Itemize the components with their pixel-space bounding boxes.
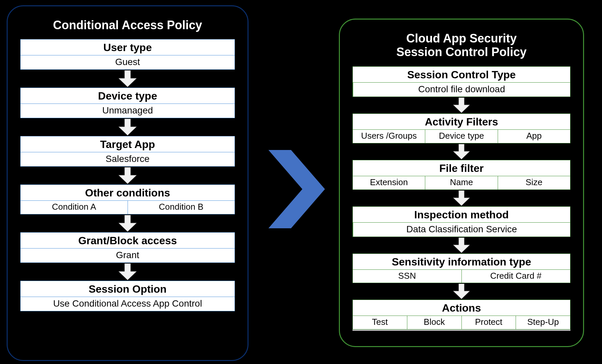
step-cell: Credit Card # [461, 270, 570, 283]
step-title: Sensitivity information type [353, 254, 570, 269]
step-title: Actions [353, 300, 570, 316]
step-title: User type [21, 39, 235, 55]
step-cell: Name [425, 176, 497, 189]
step-cell: SSN [353, 270, 461, 283]
step-grant-block: Grant/Block access Grant [20, 232, 235, 263]
step-title: Activity Filters [353, 114, 570, 129]
step-cell: Salesforce [21, 152, 235, 166]
step-session-option: Session Option Use Conditional Access Ap… [20, 281, 235, 311]
down-arrow-icon [20, 214, 235, 232]
step-device-type: Device type Unmanaged [20, 88, 235, 118]
down-arrow-icon [20, 167, 235, 184]
down-arrow-icon [352, 97, 570, 113]
panel-title-right: Cloud App Security Session Control Polic… [352, 32, 570, 59]
step-sensitivity-type: Sensitivity information type SSN Credit … [352, 254, 570, 283]
step-cell: Test [353, 316, 407, 329]
step-title: Session Option [21, 281, 235, 297]
step-title: Inspection method [353, 207, 570, 222]
step-title: Other conditions [21, 185, 235, 200]
step-actions: Actions Test Block Protect Step-Up [352, 300, 570, 329]
step-cell: Protect [461, 316, 516, 329]
down-arrow-icon [352, 143, 570, 160]
step-cell: Guest [21, 55, 235, 69]
cloud-app-security-panel: Cloud App Security Session Control Polic… [339, 19, 584, 347]
panel-title-left: Conditional Access Policy [20, 18, 235, 32]
step-cell: Users /Groups [353, 130, 425, 143]
step-cell: Size [498, 176, 570, 189]
step-title: Session Control Type [353, 67, 570, 82]
step-cell: Use Conditional Access App Control [21, 297, 235, 311]
step-title: Grant/Block access [21, 233, 235, 248]
step-cell: Control file download [353, 82, 570, 97]
step-title: Device type [21, 88, 235, 104]
step-cell: Extension [353, 176, 425, 189]
step-cell: Condition A [21, 201, 128, 214]
step-title: File filter [353, 160, 570, 176]
conditional-access-panel: Conditional Access Policy User type Gues… [7, 5, 249, 361]
step-cell: Grant [21, 248, 235, 262]
down-arrow-icon [20, 118, 235, 136]
step-user-type: User type Guest [20, 39, 235, 70]
step-cell: Step-Up [516, 316, 570, 329]
step-cell: Condition B [128, 201, 235, 214]
step-other-conditions: Other conditions Condition A Condition B [20, 184, 235, 214]
down-arrow-icon [20, 70, 235, 88]
down-arrow-icon [352, 283, 570, 300]
step-activity-filters: Activity Filters Users /Groups Device ty… [352, 113, 570, 143]
step-cell: Block [407, 316, 461, 329]
down-arrow-icon [20, 263, 235, 281]
step-cell: App [498, 130, 570, 143]
step-target-app: Target App Salesforce [20, 136, 235, 167]
step-inspection-method: Inspection method Data Classification Se… [352, 206, 570, 237]
step-cell: Device type [425, 130, 497, 143]
chevron-right-icon [268, 150, 325, 230]
step-cell: Unmanaged [21, 104, 235, 118]
step-file-filter: File filter Extension Name Size [352, 160, 570, 190]
step-cell: Data Classification Service [353, 222, 570, 237]
down-arrow-icon [352, 237, 570, 254]
step-title: Target App [21, 136, 235, 152]
bottom-shim [352, 329, 570, 331]
down-arrow-icon [352, 190, 570, 206]
step-session-control-type: Session Control Type Control file downlo… [352, 66, 570, 97]
